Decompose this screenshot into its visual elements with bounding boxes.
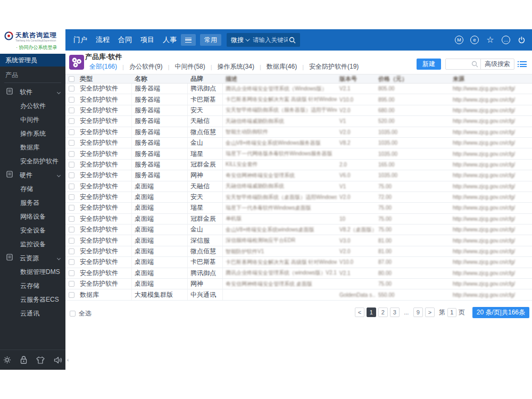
row-checkbox[interactable] [69,107,74,113]
m-badge-icon[interactable]: M [455,36,463,44]
row-checkbox[interactable] [69,140,74,146]
chevron-down-icon [57,173,61,177]
page-button-2[interactable]: 2 [378,307,388,317]
advanced-search-button[interactable]: 高级搜索 [480,59,514,69]
star-icon[interactable]: ☆ [486,35,495,45]
row-checkbox[interactable] [69,281,74,287]
tab-全部[interactable]: 全部(166) [84,62,122,71]
oa-login-link[interactable]: · 协同办公系统登录 [16,44,62,51]
sidebar-item-网络设备[interactable]: 网络设备 [0,210,65,223]
speaker-icon[interactable] [54,356,62,364]
tab-中间件[interactable]: 中间件(58) [169,62,210,71]
sidebar-group-硬件[interactable]: 硬件 [0,168,65,182]
row-checkbox[interactable] [69,172,74,178]
sidebar-group-软件[interactable]: 软件 [0,85,65,99]
sidebar-item-操作系统[interactable]: 操作系统 [0,127,65,140]
row-checkbox[interactable] [69,292,74,298]
toolbar: 新建 高级搜索 [417,59,527,70]
sidebar-item-中间件[interactable]: 中间件 [0,113,65,127]
cell-描述: 金山V8+终端安全系统windows桌面版 [223,225,337,235]
sidebar-item-存储[interactable]: 存储 [0,182,65,196]
tab-操作系统[interactable]: 操作系统(34) [212,62,260,71]
sidebar-item-办公软件[interactable]: 办公软件 [0,99,65,113]
tab-数据库[interactable]: 数据库(46) [261,62,302,71]
lock-icon[interactable] [20,356,27,364]
row-checkbox[interactable] [69,194,74,200]
row-checkbox[interactable] [69,118,74,124]
table-row: 安全防护软件桌面端冠群金辰单机版1075.00http://www.zjcg.g… [65,214,532,225]
power-icon[interactable] [517,36,526,44]
page-button-9[interactable]: 9 [413,307,423,317]
next-page-button[interactable]: > [425,307,435,317]
cell-品牌: 深信服 [188,235,223,245]
row-checkbox[interactable] [69,184,74,189]
cell-类型: 安全防护软件 [77,225,132,235]
cell-描述: 卡巴斯基网络安全解决方案 高级版 针对Windows桌面 +G… [223,257,337,267]
topnav-item-门户[interactable]: 门户 [73,35,87,45]
table-row: 安全防护软件服务器端安天安天智甲终端防御系统（服务器版）适用于Windows系统… [65,105,532,116]
tab-安全防护软件[interactable]: 安全防护软件(19) [304,62,364,71]
topnav-item-人事[interactable]: 人事 [163,35,177,45]
row-checkbox-cell [65,246,77,256]
row-checkbox[interactable] [69,259,74,265]
row-checkbox[interactable] [69,151,74,157]
topnav-item-合同[interactable]: 合同 [118,35,132,45]
row-checkbox[interactable] [69,216,74,222]
topnav-item-项目[interactable]: 项目 [140,35,154,45]
sidebar-item-监控设备[interactable]: 监控设备 [0,237,65,251]
cell-版本号: V8.2（桌面版） [337,225,376,235]
search-scope-dropdown[interactable]: 微搜 [231,36,248,45]
sidebar-item-数据库[interactable]: 数据库 [0,140,65,154]
table-header-row: 类型名称品牌描述版本号价格（元）来源 [65,74,532,84]
row-checkbox[interactable] [69,238,74,244]
header-checkbox[interactable] [69,76,74,82]
list-view-icon[interactable] [520,61,527,67]
apps-menu-button[interactable] [181,34,196,46]
collapse-sidebar-icon[interactable]: ‹ [67,357,69,363]
row-checkbox[interactable] [69,270,74,276]
tab-办公软件[interactable]: 办公软件(9) [124,62,168,71]
select-all-checkbox[interactable] [70,311,76,317]
row-checkbox[interactable] [69,248,74,254]
select-all[interactable]: 全选 [70,309,92,318]
page-button-3[interactable]: 3 [390,307,400,317]
gear-icon[interactable] [3,356,11,364]
page-size-badge[interactable]: 20 条/页|共166条 [472,307,529,318]
cell-品牌: 腾讯御点 [188,268,223,278]
sidebar-item-云存储[interactable]: 云存储 [0,279,65,293]
new-button[interactable]: 新建 [417,59,441,70]
cell-来源: http://www.zjcg.gov.cn/cfg/ [450,289,532,300]
e-badge-icon[interactable]: e [470,36,479,44]
sidebar-item-安全设备[interactable]: 安全设备 [0,223,65,237]
row-checkbox[interactable] [69,86,74,92]
table-search-icon[interactable] [469,61,480,68]
row-checkbox[interactable] [69,162,74,168]
cell-描述: 瑞星下一代杀毒软件Windows桌面版 [223,203,337,213]
jump-page-input[interactable]: 1 [447,308,456,317]
sidebar-item-云通讯[interactable]: 云通讯 [0,306,65,320]
sidebar-group-云资源[interactable]: 云资源 [0,251,65,265]
global-search-input[interactable]: 请输入关键词搜 [253,36,288,44]
sidebar-item-服务器[interactable]: 服务器 [0,196,65,210]
row-checkbox[interactable] [69,205,74,211]
theme-shirt-icon[interactable] [36,356,45,364]
sidebar-item-数据管理DMS[interactable]: 数据管理DMS [0,265,65,279]
cell-品牌: 金山 [188,225,223,235]
cell-价格（元）: 520.00 [376,116,450,126]
cell-描述: 奇安信网神终端安全管理系统 桌面版 [223,279,337,289]
row-checkbox[interactable] [69,129,74,135]
topnav-item-流程[interactable]: 流程 [96,35,110,45]
favorites-button[interactable]: 常用 [200,34,221,46]
row-checkbox[interactable] [69,227,74,232]
table-search-input[interactable] [446,59,469,69]
search-icon[interactable] [289,37,296,44]
column-header-5: 版本号 [337,75,376,83]
cell-版本号: V2.1 [337,268,376,278]
more-icon[interactable]: … [502,36,510,44]
sidebar-item-云服务器ECS[interactable]: 云服务器ECS [0,293,65,306]
prev-page-button[interactable]: < [355,307,364,317]
page-button-1[interactable]: 1 [367,307,376,317]
row-checkbox[interactable] [69,97,74,103]
chevron-down-icon [57,256,61,260]
sidebar-item-安全防护软件[interactable]: 安全防护软件 [0,154,65,168]
